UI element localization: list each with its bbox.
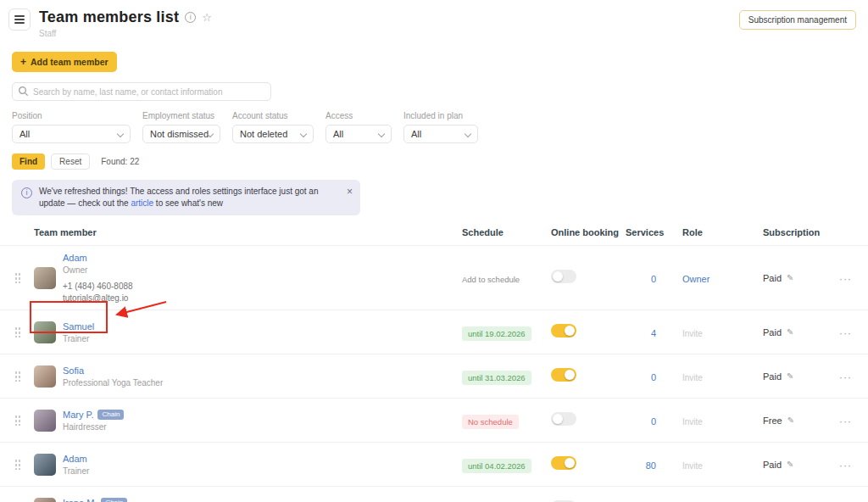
star-icon[interactable]: ☆ <box>202 12 212 23</box>
row-menu-button[interactable]: ··· <box>839 273 852 285</box>
schedule-value[interactable]: until 04.02.2026 <box>462 459 531 473</box>
row-menu-button[interactable]: ··· <box>839 327 852 339</box>
edit-pencil-icon[interactable]: ✎ <box>787 273 793 282</box>
avatar[interactable] <box>34 267 56 289</box>
services-count-link[interactable]: 0 <box>651 372 656 382</box>
table-row: Sofia Professional Yoga Teacher until 31… <box>0 354 868 398</box>
column-schedule: Schedule <box>462 227 551 237</box>
member-name-link[interactable]: Mary P. <box>63 410 93 420</box>
reset-button[interactable]: Reset <box>51 153 90 170</box>
position-select[interactable]: All <box>12 125 131 143</box>
employment-status-select[interactable]: Not dismissed <box>142 125 220 143</box>
services-count-link[interactable]: 0 <box>651 274 656 284</box>
member-title: Hairdresser <box>63 422 124 432</box>
schedule-value[interactable]: until 19.02.2026 <box>462 326 531 341</box>
included-in-plan-select[interactable]: All <box>403 125 478 143</box>
find-button[interactable]: Find <box>12 153 45 170</box>
online-booking-toggle[interactable] <box>551 412 576 426</box>
role-value[interactable]: Invite <box>682 373 703 382</box>
column-online-booking: Online booking <box>551 227 626 237</box>
drag-handle-icon[interactable] <box>14 459 20 470</box>
online-booking-toggle[interactable] <box>551 368 576 382</box>
edit-pencil-icon[interactable]: ✎ <box>787 416 794 425</box>
schedule-value[interactable]: No schedule <box>462 415 519 429</box>
drag-handle-icon[interactable] <box>14 415 20 426</box>
info-icon[interactable]: i <box>185 12 196 23</box>
member-name-link[interactable]: Sofia <box>63 365 84 376</box>
banner-article-link[interactable]: article <box>131 198 153 208</box>
online-booking-toggle[interactable] <box>551 324 576 337</box>
add-team-member-button[interactable]: + Add team member <box>12 52 117 72</box>
info-icon: i <box>21 187 32 198</box>
filter-access: Access All <box>326 111 392 143</box>
services-count-link[interactable]: 0 <box>651 416 656 427</box>
add-team-member-label: Add team member <box>31 57 108 67</box>
table-header: Team member Schedule Online booking Serv… <box>0 227 868 245</box>
member-name-link[interactable]: Adam <box>63 253 87 263</box>
online-booking-toggle[interactable] <box>551 270 576 283</box>
access-select-value: All <box>333 129 343 139</box>
row-menu-button[interactable]: ··· <box>839 416 852 427</box>
online-booking-toggle[interactable] <box>551 456 576 470</box>
subscription-value: Paid <box>763 460 782 470</box>
table-row: Irene M. Chain Nail specialist No schedu… <box>0 486 868 502</box>
filter-label: Employment status <box>142 111 220 120</box>
column-role: Role <box>659 227 761 237</box>
member-title: Trainer <box>63 334 94 343</box>
subscription-value: Paid <box>763 273 782 283</box>
services-count-link[interactable]: 80 <box>646 460 656 471</box>
avatar[interactable] <box>34 321 56 343</box>
avatar[interactable] <box>34 498 56 502</box>
column-team-member: Team member <box>34 227 462 237</box>
close-icon[interactable]: × <box>347 185 353 199</box>
services-count-link[interactable]: 4 <box>651 328 656 338</box>
filter-position: Position All <box>12 111 131 143</box>
filter-label: Account status <box>232 111 314 120</box>
member-name-link[interactable]: Irene M. <box>63 498 97 502</box>
drag-handle-icon[interactable] <box>14 326 20 337</box>
edit-pencil-icon[interactable]: ✎ <box>787 327 793 337</box>
role-value[interactable]: Invite <box>682 417 703 427</box>
schedule-value[interactable]: until 31.03.2026 <box>462 371 531 385</box>
role-value[interactable]: Owner <box>682 274 709 284</box>
subscription-value: Paid <box>763 327 782 337</box>
role-value[interactable]: Invite <box>682 329 703 338</box>
access-select[interactable]: All <box>326 125 392 143</box>
member-title: Owner <box>63 265 133 275</box>
drag-handle-icon[interactable] <box>14 371 20 382</box>
included-in-plan-select-value: All <box>411 129 421 139</box>
row-menu-button[interactable]: ··· <box>839 371 852 383</box>
avatar[interactable] <box>34 410 56 432</box>
member-name-link[interactable]: Samuel <box>63 321 94 332</box>
member-title: Professional Yoga Teacher <box>63 378 163 388</box>
edit-pencil-icon[interactable]: ✎ <box>787 371 793 381</box>
filter-label: Position <box>12 111 131 120</box>
filter-included-in-plan: Included in plan All <box>403 111 478 143</box>
table-row: Mary P. Chain Hairdresser No schedule 0 … <box>0 398 868 442</box>
avatar[interactable] <box>34 365 56 388</box>
column-services: Services <box>626 227 659 237</box>
position-select-value: All <box>19 129 30 139</box>
subscription-value: Paid <box>763 371 782 382</box>
filter-label: Access <box>326 111 392 120</box>
filters-row: Position All Employment status Not dismi… <box>12 111 868 143</box>
table-row: Samuel Trainer until 19.02.2026 4 Invite… <box>0 310 868 354</box>
subscription-management-button[interactable]: Subscription management <box>739 10 856 30</box>
member-name-link[interactable]: Adam <box>63 454 87 464</box>
filter-label: Included in plan <box>403 111 478 120</box>
avatar[interactable] <box>34 454 56 476</box>
menu-icon[interactable] <box>8 8 31 31</box>
search-icon <box>18 86 29 97</box>
search-input[interactable] <box>12 82 271 101</box>
account-status-select[interactable]: Not deleted <box>232 125 314 143</box>
schedule-value[interactable]: Add to schedule <box>462 272 526 287</box>
member-title: Trainer <box>63 466 89 476</box>
banner-text-suffix: to see what's new <box>153 198 223 208</box>
search-bar <box>12 82 271 101</box>
role-value[interactable]: Invite <box>682 461 703 471</box>
info-banner: i We've refreshed things! The access and… <box>12 180 360 215</box>
drag-handle-icon[interactable] <box>14 272 20 283</box>
member-email: tutorials@alteg.io <box>63 293 133 303</box>
row-menu-button[interactable]: ··· <box>839 460 852 471</box>
edit-pencil-icon[interactable]: ✎ <box>787 460 793 469</box>
